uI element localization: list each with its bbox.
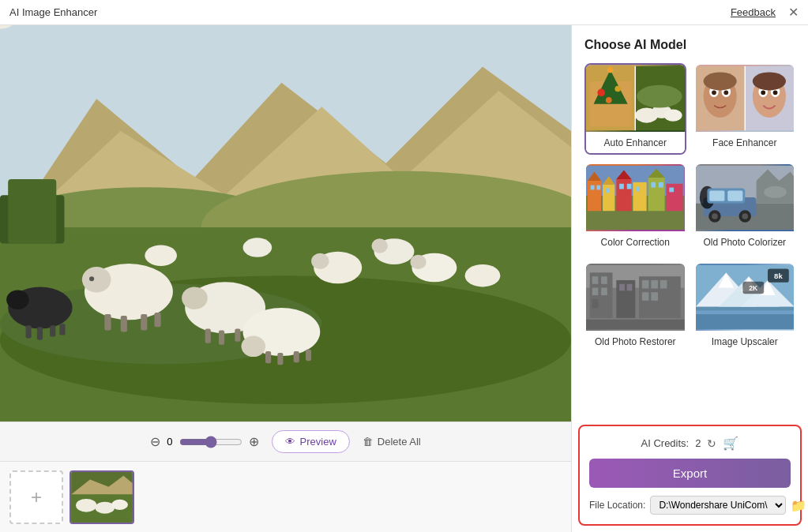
svg-point-58: [614, 86, 621, 92]
svg-point-70: [712, 90, 716, 95]
svg-point-72: [703, 72, 736, 90]
color-correction-thumbnail: [586, 164, 685, 231]
svg-rect-97: [636, 187, 640, 192]
svg-rect-28: [306, 350, 311, 361]
svg-point-63: [637, 85, 682, 108]
svg-rect-13: [121, 316, 127, 332]
svg-rect-99: [659, 182, 663, 188]
file-location-label: File Location:: [589, 500, 645, 511]
model-section: Choose AI Model: [572, 25, 808, 418]
svg-point-113: [764, 186, 787, 198]
title-bar-left: AI Image Enhancer: [9, 6, 97, 18]
section-title: Choose AI Model: [584, 38, 795, 52]
svg-point-49: [96, 501, 115, 513]
svg-rect-100: [669, 188, 674, 193]
svg-point-78: [752, 72, 785, 90]
svg-rect-91: [667, 184, 683, 211]
image-upscaler-label: Image Upscaler: [696, 333, 795, 352]
toolbar: ⊖ 0 ⊕ 👁 Preview 🗑 Delete All: [0, 421, 571, 461]
model-card-face-enhancer[interactable]: Face Enhancer: [694, 63, 796, 155]
svg-point-11: [82, 267, 111, 293]
model-card-color-correction[interactable]: Color Correction: [584, 163, 686, 254]
svg-rect-20: [219, 330, 224, 344]
svg-rect-37: [26, 325, 32, 338]
cart-icon[interactable]: 🛒: [723, 436, 738, 451]
svg-rect-92: [591, 185, 595, 190]
svg-rect-96: [627, 184, 632, 189]
model-grid: Auto Enhancer: [584, 63, 795, 354]
folder-icon[interactable]: 📁: [791, 498, 806, 513]
export-button[interactable]: Export: [589, 459, 791, 488]
old-photo-restorer-thumbnail: [586, 264, 685, 331]
svg-rect-26: [277, 353, 283, 365]
image-upscaler-thumbnail: 8k 2K: [696, 264, 795, 331]
model-card-old-photo-restorer[interactable]: Old Photo Restorer: [584, 262, 686, 354]
image-panel: ⊖ 0 ⊕ 👁 Preview 🗑 Delete All +: [0, 25, 571, 532]
svg-rect-93: [596, 185, 600, 190]
svg-point-43: [465, 264, 501, 287]
svg-point-18: [182, 287, 208, 309]
svg-point-36: [6, 290, 29, 309]
main-content: ⊖ 0 ⊕ 👁 Preview 🗑 Delete All +: [0, 25, 808, 532]
preview-button[interactable]: 👁 Preview: [272, 430, 350, 453]
title-bar-right: Feedback ✕: [731, 6, 799, 19]
svg-point-30: [311, 253, 329, 269]
svg-point-41: [145, 245, 177, 265]
svg-point-56: [607, 67, 614, 73]
title-bar: AI Image Enhancer Feedback ✕: [0, 0, 808, 25]
zoom-in-button[interactable]: ⊕: [249, 434, 259, 449]
svg-point-57: [597, 89, 605, 97]
bottom-section: AI Credits: 2 ↻ 🛒 Export File Location: …: [578, 425, 802, 526]
refresh-icon[interactable]: ↻: [707, 437, 716, 450]
close-button[interactable]: ✕: [788, 6, 799, 19]
svg-rect-110: [709, 190, 724, 200]
auto-enhancer-label: Auto Enhancer: [586, 134, 685, 153]
delete-label: Delete All: [378, 436, 421, 448]
credits-row: AI Credits: 2 ↻ 🛒: [589, 436, 791, 451]
model-card-auto-enhancer[interactable]: Auto Enhancer: [584, 63, 686, 155]
zoom-out-button[interactable]: ⊖: [150, 434, 160, 449]
delete-all-button[interactable]: 🗑 Delete All: [363, 436, 421, 448]
svg-rect-40: [59, 324, 65, 335]
svg-point-50: [111, 499, 128, 509]
old-photo-colorizer-thumbnail: [696, 164, 795, 231]
svg-point-62: [664, 109, 682, 121]
file-location-select[interactable]: D:\Wondershare UniCom\: [650, 496, 786, 515]
svg-point-59: [606, 97, 612, 103]
feedback-link[interactable]: Feedback: [731, 6, 776, 18]
svg-point-32: [371, 238, 387, 253]
credits-label: AI Credits:: [641, 437, 690, 449]
svg-point-77: [772, 90, 777, 95]
file-location-row: File Location: D:\Wondershare UniCom\ 📁: [589, 496, 791, 515]
svg-point-71: [723, 90, 728, 95]
thumbnail-item[interactable]: [70, 470, 134, 524]
model-card-image-upscaler[interactable]: 8k 2K Image Upscaler: [694, 262, 796, 354]
preview-icon: 👁: [285, 436, 295, 448]
svg-rect-9: [8, 179, 56, 243]
svg-rect-25: [265, 351, 271, 363]
svg-rect-82: [588, 181, 601, 211]
preview-label: Preview: [300, 436, 336, 448]
auto-enhancer-thumbnail: [586, 65, 685, 132]
svg-point-48: [76, 498, 96, 511]
zoom-slider[interactable]: [179, 436, 242, 448]
model-card-old-photo-colorizer[interactable]: Old Photo Colorizer: [694, 163, 796, 254]
color-correction-label: Color Correction: [586, 234, 685, 253]
image-container: [0, 25, 571, 421]
svg-point-109: [742, 213, 748, 219]
old-photo-restorer-label: Old Photo Restorer: [586, 333, 685, 352]
plus-icon: +: [31, 486, 42, 508]
svg-rect-39: [50, 325, 55, 336]
svg-rect-15: [155, 313, 161, 327]
svg-point-76: [761, 90, 765, 95]
svg-text:2K: 2K: [749, 284, 758, 292]
add-image-button[interactable]: +: [9, 470, 63, 524]
svg-text:8k: 8k: [774, 272, 783, 280]
thumbnail-image: [71, 472, 133, 523]
svg-rect-98: [651, 182, 656, 188]
old-photo-colorizer-label: Old Photo Colorizer: [696, 234, 795, 253]
svg-point-24: [241, 336, 265, 357]
thumbnail-strip: +: [0, 461, 571, 532]
svg-point-42: [243, 238, 272, 257]
svg-rect-111: [727, 190, 742, 200]
